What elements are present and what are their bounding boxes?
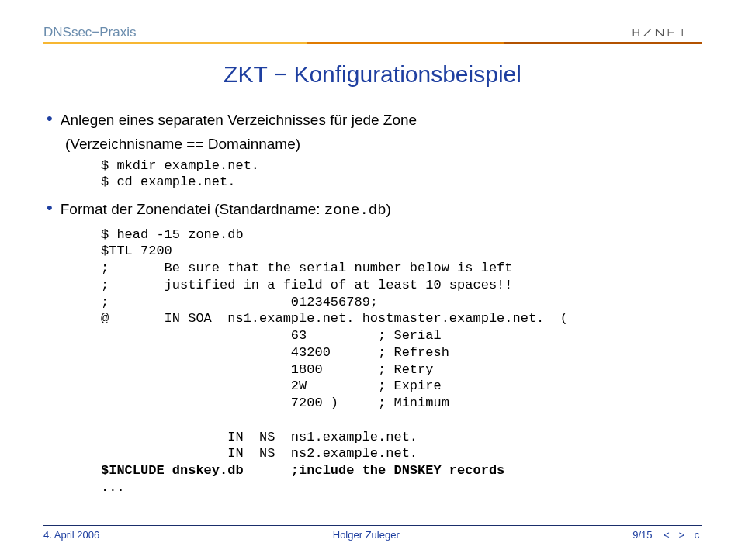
footer-line — [43, 525, 702, 526]
bullet-icon: • — [47, 199, 53, 217]
content-body: • Anlegen eines separaten Verzeichnisses… — [47, 109, 702, 496]
bullet-2-prefix: Format der Zonendatei (Standardname: — [61, 201, 324, 217]
bullet-1: • Anlegen eines separaten Verzeichnisses… — [47, 109, 702, 131]
code1-line1: $ mkdir example.net. — [101, 158, 259, 173]
nav-icons[interactable]: < > c — [664, 530, 702, 541]
footer: 4. April 2006 Holger Zuleger 9/15 < > c — [43, 525, 702, 541]
code2-tail: ... — [101, 480, 125, 495]
bullet-2-suffix: ) — [386, 201, 391, 217]
bullet-2-text: Format der Zonendatei (Standardname: zon… — [61, 199, 391, 222]
footer-date: 4. April 2006 — [43, 529, 99, 541]
code1-line2: $ cd example.net. — [101, 175, 235, 189]
bullet-1-text: Anlegen eines separaten Verzeichnisses f… — [61, 109, 417, 131]
bullet-icon: • — [47, 109, 53, 128]
footer-right: 9/15 < > c — [632, 529, 702, 541]
section-label: DNSsec−Praxis — [43, 25, 137, 40]
page-number: 9/15 — [632, 529, 652, 541]
header: DNSsec−Praxis — [43, 25, 702, 40]
bullet-1-sub: (Verzeichnisname == Domainname) — [65, 136, 702, 153]
hznet-logo-icon — [632, 26, 702, 40]
code-block-1: $ mkdir example.net. $ cd example.net. — [101, 157, 702, 192]
page-title: ZKT − Konfigurationsbeispiel — [43, 61, 702, 88]
footer-author: Holger Zuleger — [333, 529, 400, 541]
code2-include-line: $INCLUDE dnskey.db ;include the DNSKEY r… — [101, 463, 504, 478]
bullet-2: • Format der Zonendatei (Standardname: z… — [47, 199, 702, 222]
logo — [632, 26, 702, 40]
slide: DNSsec−Praxis ZKT − Konfigurationsbeispi… — [0, 0, 745, 560]
code-block-2: $ head -15 zone.db $TTL 7200 ; Be sure t… — [101, 226, 702, 496]
code2-main: $ head -15 zone.db $TTL 7200 ; Be sure t… — [101, 227, 568, 461]
footer-row: 4. April 2006 Holger Zuleger 9/15 < > c — [43, 529, 702, 541]
header-stripe — [43, 42, 702, 44]
bullet-2-mono: zone.db — [324, 202, 386, 219]
